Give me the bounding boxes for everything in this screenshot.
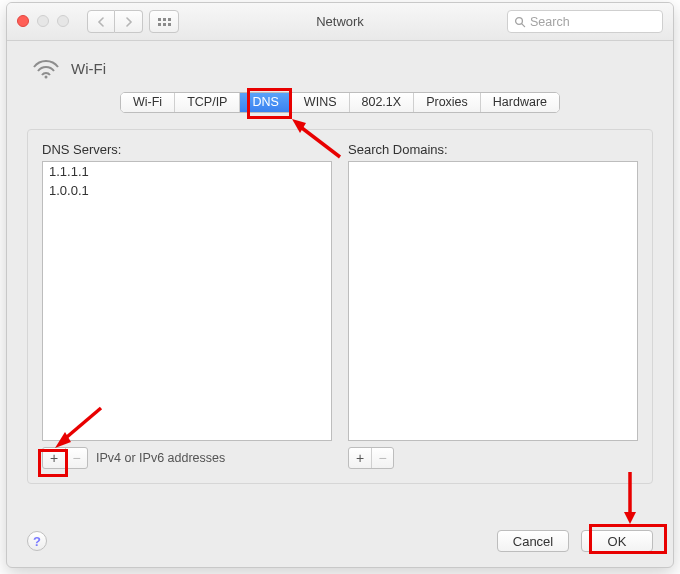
preferences-window: Network Search Wi-Fi Wi-FiTCP/IPDNSWINS8… xyxy=(6,2,674,568)
tab-hardware[interactable]: Hardware xyxy=(481,93,559,112)
domain-add-button[interactable]: + xyxy=(349,448,371,468)
dns-servers-label: DNS Servers: xyxy=(42,142,332,157)
tab-8021x[interactable]: 802.1X xyxy=(350,93,415,112)
tab-proxies[interactable]: Proxies xyxy=(414,93,481,112)
search-icon xyxy=(514,16,526,28)
domain-remove-button[interactable]: − xyxy=(371,448,393,468)
search-field[interactable]: Search xyxy=(507,10,663,33)
dns-add-button[interactable]: + xyxy=(43,448,65,468)
dns-servers-list[interactable]: 1.1.1.11.0.0.1 xyxy=(42,161,332,441)
dns-hint: IPv4 or IPv6 addresses xyxy=(96,451,225,465)
search-domains-list[interactable] xyxy=(348,161,638,441)
interface-name: Wi-Fi xyxy=(71,60,106,77)
svg-line-1 xyxy=(522,23,525,26)
dns-panel: DNS Servers: 1.1.1.11.0.0.1 + − IPv4 or … xyxy=(27,129,653,484)
tab-wins[interactable]: WINS xyxy=(292,93,350,112)
interface-header: Wi-Fi xyxy=(7,41,673,88)
title-bar: Network Search xyxy=(7,3,673,41)
tab-tcpip[interactable]: TCP/IP xyxy=(175,93,240,112)
dialog-buttons: ? Cancel OK xyxy=(7,515,673,567)
tab-dns[interactable]: DNS xyxy=(240,93,291,112)
dns-server-row[interactable]: 1.0.0.1 xyxy=(43,181,331,200)
ok-button[interactable]: OK xyxy=(581,530,653,552)
tab-bar: Wi-FiTCP/IPDNSWINS802.1XProxiesHardware xyxy=(7,92,673,113)
help-button[interactable]: ? xyxy=(27,531,47,551)
search-domains-label: Search Domains: xyxy=(348,142,638,157)
wifi-icon xyxy=(31,55,61,82)
dns-remove-button[interactable]: − xyxy=(65,448,87,468)
dns-servers-pm-group: + − xyxy=(42,447,88,469)
cancel-button[interactable]: Cancel xyxy=(497,530,569,552)
svg-point-2 xyxy=(45,76,48,79)
tab-wifi[interactable]: Wi-Fi xyxy=(121,93,175,112)
dns-server-row[interactable]: 1.1.1.1 xyxy=(43,162,331,181)
search-placeholder: Search xyxy=(530,15,570,29)
search-domains-pm-group: + − xyxy=(348,447,394,469)
